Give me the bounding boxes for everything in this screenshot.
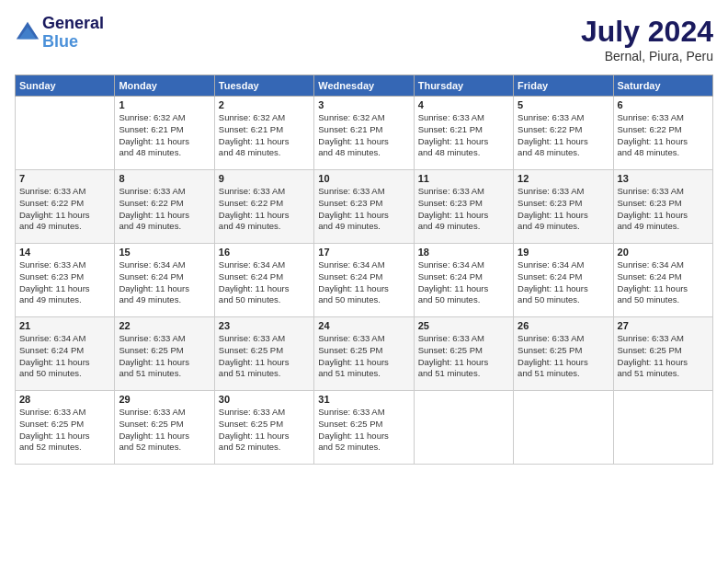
day-info: Sunrise: 6:33 AM Sunset: 6:22 PM Dayligh… <box>518 112 609 159</box>
day-number: 3 <box>318 99 409 110</box>
location: Bernal, Piura, Peru <box>581 49 713 63</box>
day-number: 12 <box>518 173 609 184</box>
weekday-header: Tuesday <box>214 75 313 97</box>
weekday-header: Thursday <box>414 75 513 97</box>
calendar-cell <box>514 391 613 465</box>
day-info: Sunrise: 6:33 AM Sunset: 6:25 PM Dayligh… <box>219 333 310 380</box>
calendar-cell: 21Sunrise: 6:34 AM Sunset: 6:24 PM Dayli… <box>16 317 115 391</box>
day-number: 14 <box>19 247 110 258</box>
calendar-week-row: 21Sunrise: 6:34 AM Sunset: 6:24 PM Dayli… <box>16 317 713 391</box>
calendar-cell: 23Sunrise: 6:33 AM Sunset: 6:25 PM Dayli… <box>214 317 313 391</box>
day-number: 9 <box>219 173 310 184</box>
calendar-cell: 18Sunrise: 6:34 AM Sunset: 6:24 PM Dayli… <box>414 244 513 317</box>
calendar-cell: 26Sunrise: 6:33 AM Sunset: 6:25 PM Dayli… <box>514 317 613 391</box>
calendar-header-row: SundayMondayTuesdayWednesdayThursdayFrid… <box>16 75 713 97</box>
calendar-cell: 13Sunrise: 6:33 AM Sunset: 6:23 PM Dayli… <box>613 170 712 244</box>
weekday-header: Wednesday <box>314 75 414 97</box>
logo-line2: Blue <box>42 32 78 51</box>
calendar-week-row: 28Sunrise: 6:33 AM Sunset: 6:25 PM Dayli… <box>16 391 713 465</box>
day-number: 29 <box>119 394 210 405</box>
page: General Blue July 2024 Bernal, Piura, Pe… <box>0 0 728 563</box>
day-info: Sunrise: 6:33 AM Sunset: 6:25 PM Dayligh… <box>219 407 310 454</box>
calendar-cell: 31Sunrise: 6:33 AM Sunset: 6:25 PM Dayli… <box>314 391 414 465</box>
day-number: 22 <box>119 320 210 331</box>
logo-icon <box>15 20 40 46</box>
title-block: July 2024 Bernal, Piura, Peru <box>581 15 713 63</box>
calendar-cell: 5Sunrise: 6:33 AM Sunset: 6:22 PM Daylig… <box>514 97 613 170</box>
calendar-cell: 25Sunrise: 6:33 AM Sunset: 6:25 PM Dayli… <box>414 317 513 391</box>
day-info: Sunrise: 6:32 AM Sunset: 6:21 PM Dayligh… <box>219 112 310 159</box>
month-title: July 2024 <box>581 15 713 49</box>
day-number: 11 <box>418 173 509 184</box>
calendar-cell: 6Sunrise: 6:33 AM Sunset: 6:22 PM Daylig… <box>613 97 712 170</box>
day-info: Sunrise: 6:33 AM Sunset: 6:25 PM Dayligh… <box>518 333 609 380</box>
weekday-header: Sunday <box>16 75 115 97</box>
calendar-cell: 3Sunrise: 6:32 AM Sunset: 6:21 PM Daylig… <box>314 97 414 170</box>
day-info: Sunrise: 6:33 AM Sunset: 6:25 PM Dayligh… <box>418 333 509 380</box>
day-info: Sunrise: 6:33 AM Sunset: 6:22 PM Dayligh… <box>618 112 709 159</box>
calendar-cell: 4Sunrise: 6:33 AM Sunset: 6:21 PM Daylig… <box>414 97 513 170</box>
calendar-table: SundayMondayTuesdayWednesdayThursdayFrid… <box>15 75 713 465</box>
calendar-cell <box>613 391 712 465</box>
day-info: Sunrise: 6:33 AM Sunset: 6:25 PM Dayligh… <box>318 333 409 380</box>
day-number: 20 <box>618 247 709 258</box>
day-number: 25 <box>418 320 509 331</box>
calendar-cell: 9Sunrise: 6:33 AM Sunset: 6:22 PM Daylig… <box>214 170 313 244</box>
day-info: Sunrise: 6:34 AM Sunset: 6:24 PM Dayligh… <box>518 259 609 306</box>
day-info: Sunrise: 6:34 AM Sunset: 6:24 PM Dayligh… <box>219 259 310 306</box>
day-info: Sunrise: 6:33 AM Sunset: 6:23 PM Dayligh… <box>318 186 409 233</box>
day-info: Sunrise: 6:33 AM Sunset: 6:25 PM Dayligh… <box>119 407 210 454</box>
weekday-header: Saturday <box>613 75 712 97</box>
day-number: 5 <box>518 99 609 110</box>
calendar-cell: 16Sunrise: 6:34 AM Sunset: 6:24 PM Dayli… <box>214 244 313 317</box>
day-info: Sunrise: 6:33 AM Sunset: 6:25 PM Dayligh… <box>618 333 709 380</box>
day-number: 4 <box>418 99 509 110</box>
logo: General Blue <box>15 15 104 52</box>
calendar-cell <box>16 97 115 170</box>
day-info: Sunrise: 6:33 AM Sunset: 6:23 PM Dayligh… <box>518 186 609 233</box>
calendar-cell: 17Sunrise: 6:34 AM Sunset: 6:24 PM Dayli… <box>314 244 414 317</box>
day-number: 30 <box>219 394 310 405</box>
calendar-cell <box>414 391 513 465</box>
logo-line1: General <box>42 15 104 33</box>
day-info: Sunrise: 6:34 AM Sunset: 6:24 PM Dayligh… <box>19 333 110 380</box>
day-info: Sunrise: 6:32 AM Sunset: 6:21 PM Dayligh… <box>119 112 210 159</box>
logo-text: General Blue <box>42 15 104 52</box>
day-number: 6 <box>618 99 709 110</box>
calendar-cell: 2Sunrise: 6:32 AM Sunset: 6:21 PM Daylig… <box>214 97 313 170</box>
day-number: 26 <box>518 320 609 331</box>
day-number: 13 <box>618 173 709 184</box>
day-number: 18 <box>418 247 509 258</box>
day-info: Sunrise: 6:33 AM Sunset: 6:25 PM Dayligh… <box>119 333 210 380</box>
day-number: 16 <box>219 247 310 258</box>
calendar-cell: 15Sunrise: 6:34 AM Sunset: 6:24 PM Dayli… <box>115 244 214 317</box>
header: General Blue July 2024 Bernal, Piura, Pe… <box>15 15 713 63</box>
day-number: 31 <box>318 394 409 405</box>
calendar-cell: 28Sunrise: 6:33 AM Sunset: 6:25 PM Dayli… <box>16 391 115 465</box>
day-info: Sunrise: 6:34 AM Sunset: 6:24 PM Dayligh… <box>119 259 210 306</box>
day-number: 15 <box>119 247 210 258</box>
calendar-week-row: 7Sunrise: 6:33 AM Sunset: 6:22 PM Daylig… <box>16 170 713 244</box>
day-number: 24 <box>318 320 409 331</box>
day-number: 21 <box>19 320 110 331</box>
calendar-cell: 11Sunrise: 6:33 AM Sunset: 6:23 PM Dayli… <box>414 170 513 244</box>
day-info: Sunrise: 6:33 AM Sunset: 6:22 PM Dayligh… <box>119 186 210 233</box>
day-number: 8 <box>119 173 210 184</box>
day-number: 27 <box>618 320 709 331</box>
day-number: 2 <box>219 99 310 110</box>
calendar-week-row: 14Sunrise: 6:33 AM Sunset: 6:23 PM Dayli… <box>16 244 713 317</box>
day-number: 17 <box>318 247 409 258</box>
day-info: Sunrise: 6:34 AM Sunset: 6:24 PM Dayligh… <box>418 259 509 306</box>
day-info: Sunrise: 6:34 AM Sunset: 6:24 PM Dayligh… <box>618 259 709 306</box>
calendar-cell: 1Sunrise: 6:32 AM Sunset: 6:21 PM Daylig… <box>115 97 214 170</box>
weekday-header: Monday <box>115 75 214 97</box>
calendar-cell: 7Sunrise: 6:33 AM Sunset: 6:22 PM Daylig… <box>16 170 115 244</box>
calendar-cell: 30Sunrise: 6:33 AM Sunset: 6:25 PM Dayli… <box>214 391 313 465</box>
calendar-cell: 24Sunrise: 6:33 AM Sunset: 6:25 PM Dayli… <box>314 317 414 391</box>
day-number: 23 <box>219 320 310 331</box>
calendar-cell: 12Sunrise: 6:33 AM Sunset: 6:23 PM Dayli… <box>514 170 613 244</box>
day-info: Sunrise: 6:32 AM Sunset: 6:21 PM Dayligh… <box>318 112 409 159</box>
day-info: Sunrise: 6:33 AM Sunset: 6:22 PM Dayligh… <box>19 186 110 233</box>
calendar-cell: 10Sunrise: 6:33 AM Sunset: 6:23 PM Dayli… <box>314 170 414 244</box>
day-info: Sunrise: 6:33 AM Sunset: 6:25 PM Dayligh… <box>318 407 409 454</box>
